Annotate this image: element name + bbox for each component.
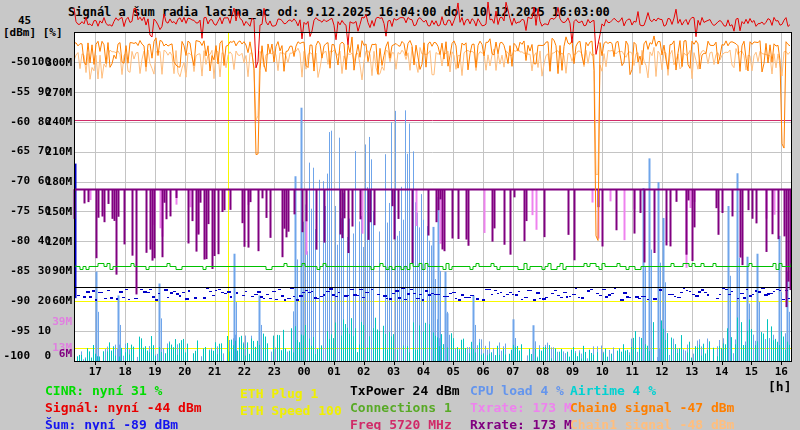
- legend-signal: Signál: nyní -44 dBm: [45, 400, 202, 415]
- legend-freq: Freq 5720 MHz: [350, 417, 452, 430]
- legend-connections: Connections 1: [350, 400, 452, 415]
- legend-txpower: TxPower 24 dBm: [350, 383, 460, 398]
- x-axis-unit-label: [h]: [768, 379, 791, 394]
- legend-cinr: CINR: nyní 31 %: [45, 383, 162, 398]
- legend-chain1: Chain1 signal -48 dBm: [570, 417, 734, 430]
- legend-txrate: Txrate: 173 M: [470, 400, 572, 415]
- legend-eth-plug: ETH Plug 1: [240, 386, 318, 401]
- legend-eth-speed: ETH Speed 100: [240, 403, 342, 418]
- legend-noise: Šum: nyní -89 dBm: [45, 417, 178, 430]
- legend-rxrate: Rxrate: 173 M: [470, 417, 572, 430]
- legend-cpu-load: CPU load 4 %: [470, 383, 564, 398]
- chart-canvas: [0, 0, 800, 430]
- legend-chain0: Chain0 signal -47 dBm: [570, 400, 734, 415]
- legend-airtime: Airtime 4 %: [570, 383, 656, 398]
- rrd-graph-page: Signál a šum radia lacina_ac od: 9.12.20…: [0, 0, 800, 430]
